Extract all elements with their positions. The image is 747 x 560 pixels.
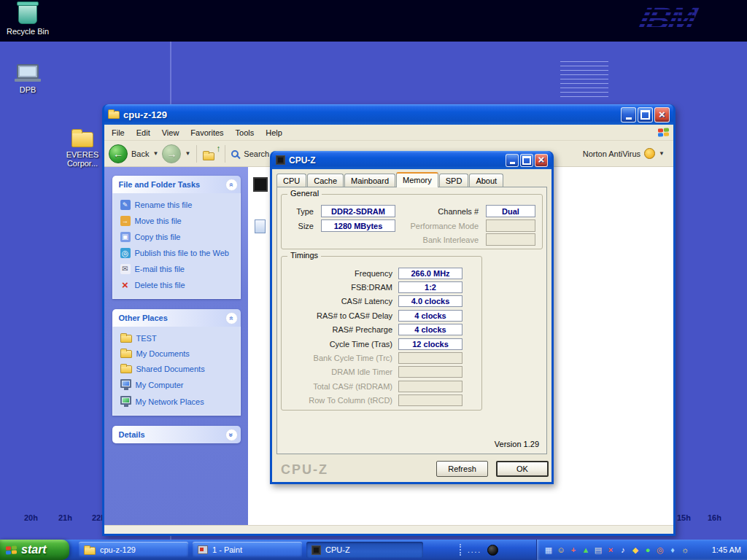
task-publish-web[interactable]: Publish this file to the Web [120, 248, 236, 258]
taskbar-app-icon[interactable] [487, 545, 498, 556]
menu-file[interactable]: File [106, 126, 131, 139]
file-icon[interactable] [255, 219, 266, 233]
menu-help[interactable]: Help [260, 126, 288, 139]
timing-label: Frequency [282, 269, 398, 278]
place-my-computer-label: My Computer [136, 381, 184, 389]
menu-favorites[interactable]: Favorites [185, 126, 229, 139]
place-my-documents-label: My Documents [136, 349, 190, 358]
start-button[interactable]: start [0, 540, 69, 560]
maximize-button[interactable] [638, 107, 653, 122]
tray-network-icon[interactable] [543, 544, 554, 556]
taskbar-item-paint[interactable]: 1 - Paint [193, 542, 302, 558]
back-dropdown-icon[interactable]: ▼ [152, 150, 158, 157]
expand-chevron-icon[interactable] [225, 429, 238, 441]
cpuz-maximize-button[interactable] [520, 154, 533, 167]
place-my-network[interactable]: My Network Places [120, 396, 236, 407]
folder-icon [108, 111, 120, 119]
details-header[interactable]: Details [112, 426, 241, 443]
ok-button[interactable]: OK [496, 461, 549, 477]
everes-desktop-icon[interactable]: EVERES Corpor... [56, 132, 109, 168]
refresh-button[interactable]: Refresh [436, 461, 488, 477]
forward-dropdown-icon[interactable]: ▼ [185, 150, 190, 157]
menu-tools[interactable]: Tools [230, 126, 260, 139]
tray-monitor-icon[interactable] [654, 544, 666, 556]
explorer-titlebar[interactable]: cpu-z-129 [104, 104, 673, 125]
minimize-button[interactable] [621, 107, 636, 122]
toolbar-dots-button[interactable]: .... [468, 546, 481, 554]
memory-size-field: 1280 MBytes [321, 219, 395, 232]
tab-memory[interactable]: Memory [396, 172, 438, 187]
tray-scheduler-icon[interactable] [679, 544, 691, 556]
computer-icon [120, 379, 131, 388]
bank-interleave-label: Bank Interleave [398, 236, 479, 244]
collapse-chevron-icon[interactable] [225, 312, 238, 324]
tray-antivirus-icon[interactable] [630, 544, 641, 556]
task-rename[interactable]: Rename this file [120, 200, 236, 210]
cpuz-exe-file-icon[interactable] [253, 177, 268, 192]
cpuz-close-button[interactable] [535, 154, 548, 167]
norton-dropdown-icon[interactable]: ▼ [659, 150, 665, 157]
cpuz-window: CPU-Z CPU Cache Mainboard Memory SPD Abo… [270, 151, 554, 484]
tab-spd[interactable]: SPD [439, 174, 469, 187]
forward-button[interactable]: → [162, 144, 181, 163]
tab-about[interactable]: About [469, 174, 503, 187]
search-button-label[interactable]: Search [244, 149, 269, 158]
tray-health-icon[interactable] [568, 544, 579, 556]
place-test[interactable]: TEST [120, 333, 236, 343]
back-button[interactable]: ← [109, 144, 128, 163]
task-email[interactable]: E-mail this file [120, 264, 236, 274]
cpuz-titlebar[interactable]: CPU-Z [272, 151, 551, 169]
taskbar-item-cpuz[interactable]: CPU-Z [306, 542, 423, 558]
place-my-documents[interactable]: My Documents [120, 349, 236, 358]
paint-icon [198, 545, 208, 554]
recycle-bin-desktop-icon[interactable]: Recycle Bin [1, 2, 54, 36]
menu-view[interactable]: View [156, 126, 185, 139]
other-places-header[interactable]: Other Places [112, 309, 241, 327]
task-rename-label: Rename this file [135, 201, 193, 209]
up-folder-button[interactable] [203, 147, 219, 160]
channels-label: Channels # [417, 207, 479, 216]
place-shared-documents[interactable]: Shared Documents [120, 364, 236, 373]
tray-messenger-icon[interactable] [555, 544, 567, 556]
tray-status-icon[interactable] [642, 544, 654, 556]
horizontal-scrollbar[interactable] [104, 525, 673, 534]
collapse-chevron-icon[interactable] [225, 179, 238, 191]
task-delete-label: Delete this file [135, 281, 185, 289]
toolbar-grip[interactable] [460, 544, 462, 556]
windows-logo-icon [658, 128, 669, 136]
chip-icon [311, 545, 321, 555]
cpuz-minimize-button[interactable] [506, 154, 519, 167]
tray-printer-icon[interactable] [592, 544, 604, 556]
norton-antivirus-button[interactable]: Norton AntiVirus ▼ [583, 148, 669, 159]
dpb-desktop-icon[interactable]: DPB [1, 64, 54, 94]
taskbar-item-explorer[interactable]: cpu-z-129 [79, 542, 188, 558]
system-tray: 1:45 AM [536, 540, 747, 560]
toolbar-separator [225, 145, 225, 163]
tray-device-icon[interactable] [667, 544, 678, 556]
tab-mainboard[interactable]: Mainboard [344, 174, 395, 187]
timing-value-field: 4 clocks [398, 324, 462, 335]
tray-alert-icon[interactable] [605, 544, 616, 556]
chip-icon [276, 155, 285, 165]
tray-volume-icon[interactable] [617, 544, 629, 556]
task-copy[interactable]: Copy this file [120, 232, 236, 242]
tray-update-icon[interactable] [580, 544, 592, 556]
task-move[interactable]: Move this file [120, 216, 236, 226]
rename-icon [120, 200, 131, 210]
tab-cache[interactable]: Cache [307, 174, 344, 187]
network-icon [120, 396, 131, 405]
timing-row-frequency: Frequency 266.0 MHz [282, 266, 481, 280]
other-places-title: Other Places [119, 314, 168, 322]
taskbar-item-label: CPU-Z [325, 545, 350, 554]
close-button[interactable] [654, 107, 670, 122]
back-button-label[interactable]: Back [131, 149, 149, 158]
tab-cpu[interactable]: CPU [276, 174, 306, 187]
menu-edit[interactable]: Edit [131, 126, 156, 139]
channels-field: Dual [486, 205, 535, 217]
place-my-network-label: My Network Places [136, 397, 204, 406]
taskbar-clock[interactable]: 1:45 AM [708, 545, 741, 554]
search-icon[interactable] [231, 150, 239, 158]
task-delete[interactable]: Delete this file [120, 280, 236, 290]
place-my-computer[interactable]: My Computer [120, 379, 236, 390]
file-tasks-header[interactable]: File and Folder Tasks [112, 176, 241, 193]
